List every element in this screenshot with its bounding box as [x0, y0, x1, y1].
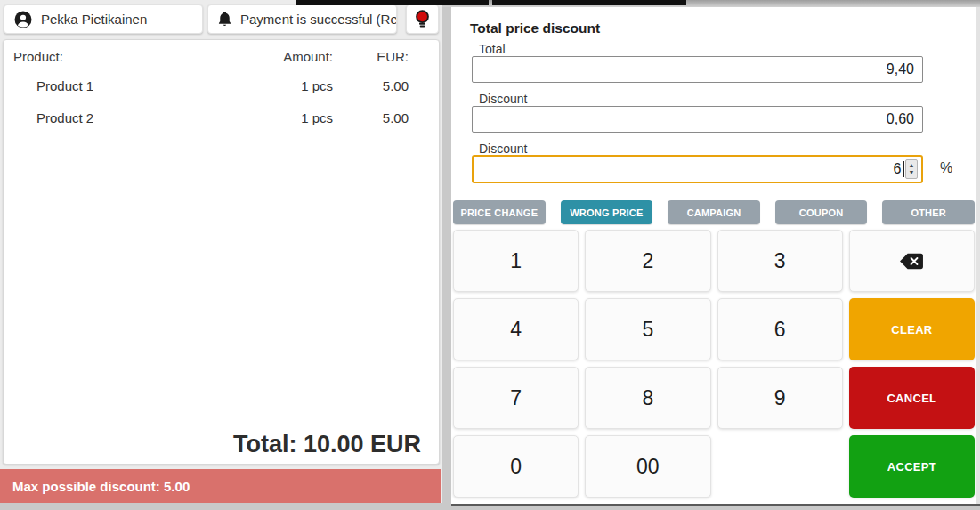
product-price: 5.00	[333, 78, 409, 93]
discount-percent-field-label: Discount	[479, 142, 527, 156]
numpad-key-2[interactable]: 2	[585, 230, 710, 292]
column-amount: Amount:	[231, 49, 333, 64]
product-row[interactable]: Product 2 1 pcs 5.00	[4, 101, 439, 134]
receipt-panel: Pekka Pietikainen Payment is successful …	[0, 0, 442, 503]
number-spinner[interactable]: ▲ ▼	[905, 159, 918, 179]
dialog-scrollbar[interactable]	[976, 7, 980, 504]
discount-reason-buttons: PRICE CHANGE WRONG PRICE CAMPAIGN COUPON…	[453, 200, 975, 224]
cancel-button[interactable]: CANCEL	[849, 367, 975, 429]
numpad-key-5[interactable]: 5	[585, 298, 710, 360]
discount-percent-value: 6	[894, 161, 902, 177]
product-name: Product 1	[4, 78, 231, 93]
numpad-key-3[interactable]: 3	[717, 230, 843, 292]
numpad-key-00[interactable]: 00	[585, 435, 710, 498]
product-name: Product 2	[4, 110, 231, 125]
reason-price-change-button[interactable]: PRICE CHANGE	[453, 200, 546, 224]
percent-sign: %	[940, 160, 952, 176]
top-black-bar	[296, 0, 489, 5]
reason-wrong-price-button[interactable]: WRONG PRICE	[561, 200, 653, 224]
discount-field-label: Discount	[479, 92, 527, 106]
dialog-title: Total price discount	[470, 20, 600, 36]
reason-coupon-button[interactable]: COUPON	[775, 200, 868, 224]
user-name: Pekka Pietikainen	[41, 12, 147, 27]
accept-button[interactable]: ACCEPT	[849, 435, 975, 498]
total-field-label: Total	[479, 42, 506, 56]
discount-input[interactable]	[472, 106, 923, 133]
receipt-total: Total: 10.00 EUR	[233, 431, 421, 458]
text-cursor	[903, 161, 905, 177]
reason-campaign-button[interactable]: CAMPAIGN	[668, 200, 760, 224]
product-list-header: Product: Amount: EUR:	[4, 45, 439, 69]
total-price-discount-dialog: Total price discount Total Discount Disc…	[451, 7, 980, 506]
lightbulb-icon	[415, 9, 430, 29]
lamp-button[interactable]	[406, 4, 439, 34]
clear-button[interactable]: CLEAR	[849, 298, 975, 360]
user-avatar-icon	[14, 11, 32, 28]
top-black-bar	[492, 0, 686, 5]
product-price: 5.00	[333, 110, 409, 125]
discount-percent-input[interactable]: 6 ▲ ▼	[472, 155, 923, 183]
numpad-key-0[interactable]: 0	[453, 435, 579, 498]
pos-screen: Pekka Pietikainen Payment is successful …	[0, 0, 980, 510]
spinner-up-icon[interactable]: ▲	[909, 162, 915, 169]
backspace-button[interactable]	[849, 230, 975, 292]
product-amount: 1 pcs	[231, 110, 333, 125]
notification-text: Payment is successful (Rece...	[240, 12, 397, 27]
spinner-down-icon[interactable]: ▼	[909, 169, 915, 176]
total-input[interactable]	[472, 56, 923, 83]
numpad-key-6[interactable]: 6	[717, 298, 843, 360]
numpad-key-7[interactable]: 7	[453, 367, 579, 429]
numpad: 1 2 3 4 5 6 CLEAR 7 8 9 CANCEL 0 00	[453, 230, 975, 498]
max-discount-text: Max possible discount: 5.00	[12, 479, 190, 494]
backspace-icon	[899, 253, 924, 270]
numpad-key-4[interactable]: 4	[453, 298, 579, 360]
numpad-key-9[interactable]: 9	[717, 367, 843, 429]
notification-banner[interactable]: Payment is successful (Rece...	[207, 4, 397, 34]
numpad-key-1[interactable]: 1	[453, 230, 579, 292]
product-row[interactable]: Product 1 1 pcs 5.00	[4, 69, 439, 101]
user-menu[interactable]: Pekka Pietikainen	[4, 4, 203, 34]
reason-other-button[interactable]: OTHER	[882, 200, 975, 224]
column-product: Product:	[4, 49, 231, 64]
product-amount: 1 pcs	[231, 78, 333, 93]
column-eur: EUR:	[333, 49, 409, 64]
bell-icon	[218, 12, 231, 27]
max-discount-alert: Max possible discount: 5.00	[0, 469, 441, 503]
numpad-key-8[interactable]: 8	[585, 367, 710, 429]
product-list: Product: Amount: EUR: Product 1 1 pcs 5.…	[3, 39, 440, 465]
